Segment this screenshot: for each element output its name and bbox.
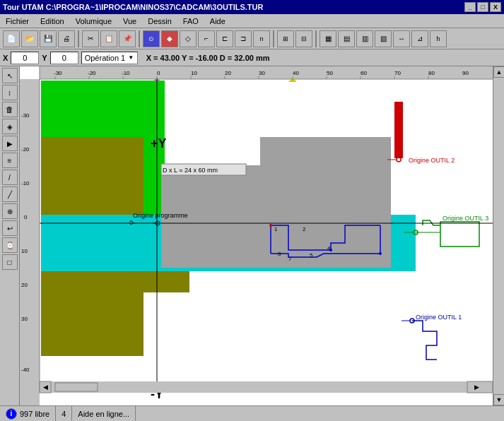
x-input[interactable] [11, 52, 39, 64]
menu-aide[interactable]: Aide [207, 16, 228, 26]
svg-rect-0 [40, 66, 493, 79]
tb-tool2[interactable]: ◆ [161, 30, 178, 47]
status-free: 997 libre [20, 410, 49, 418]
tb-tool10[interactable]: ▥ [356, 30, 373, 47]
tb-new[interactable]: 📄 [3, 30, 20, 47]
canvas-area: -30 -20 -10 0 10 20 30 40 50 60 70 80 90 [20, 66, 493, 405]
lt-move[interactable]: ↕ [2, 85, 18, 100]
svg-text:-20: -20 [88, 70, 96, 76]
main-canvas: -30 -20 -10 0 10 20 30 40 50 60 70 80 90 [20, 66, 493, 405]
tb-sep3 [273, 30, 274, 47]
tb-tool9[interactable]: ▤ [338, 30, 355, 47]
tb-tool13[interactable]: ⊿ [411, 30, 428, 47]
menu-volumique[interactable]: Volumique [73, 16, 115, 26]
svg-text:0-: 0- [129, 219, 135, 226]
lt-line[interactable]: ╱ [2, 186, 18, 202]
svg-text:30: 30 [21, 316, 28, 322]
status-number: 4 [56, 406, 72, 421]
scroll-down-button[interactable]: ▼ [493, 394, 504, 405]
status-help-text: Aide en ligne... [78, 410, 129, 418]
coord-bar: X Y Opération 1 ▼ X = 43.00 Y = -16.00 D… [0, 49, 504, 66]
scroll-up-button[interactable]: ▲ [493, 66, 504, 78]
lt-select[interactable]: ↖ [2, 68, 18, 83]
svg-text:Origine OUTIL 2: Origine OUTIL 2 [409, 157, 455, 164]
tb-tool8[interactable]: ▦ [320, 30, 336, 47]
svg-rect-42 [260, 137, 391, 194]
svg-text:-20: -20 [21, 146, 30, 153]
tb-tool6[interactable]: ⊐ [235, 30, 252, 47]
tb-tool12[interactable]: ↔ [393, 30, 410, 47]
y-label: Y [42, 54, 47, 62]
operation-dropdown[interactable]: Opération 1 ▼ [81, 52, 138, 64]
tb-zoom2[interactable]: ⊟ [295, 30, 312, 47]
svg-text:10: 10 [191, 70, 197, 76]
svg-text:60: 60 [361, 70, 367, 76]
tb-tool4[interactable]: ⌐ [198, 30, 215, 47]
tb-tool1[interactable]: ⊙ [143, 30, 160, 47]
status-info: i 997 libre [0, 406, 56, 421]
lt-clock[interactable]: ⌚ [2, 237, 18, 253]
lt-circle[interactable]: ⊕ [2, 203, 18, 219]
scroll-track[interactable] [493, 78, 504, 394]
tb-print[interactable]: 🖨 [58, 30, 75, 47]
svg-text:70: 70 [394, 70, 401, 76]
tb-tool5[interactable]: ⊏ [216, 30, 233, 47]
svg-text:Origine OUTIL 3: Origine OUTIL 3 [443, 215, 488, 222]
y-input[interactable] [50, 52, 78, 64]
menu-bar: Fichier Edition Volumique Vue Dessin FAO… [0, 14, 504, 28]
tb-zoom1[interactable]: ⊞ [277, 30, 294, 47]
tb-sep2 [139, 30, 140, 47]
menu-fichier[interactable]: Fichier [3, 16, 32, 26]
tb-open[interactable]: 📂 [21, 30, 38, 47]
svg-rect-84 [467, 381, 493, 393]
svg-text:80: 80 [428, 70, 435, 76]
status-num-value: 4 [61, 410, 66, 418]
tb-paste[interactable]: 📌 [119, 30, 136, 47]
left-toolbar: ↖ ↕ 🗑 ◈ ▶ ≡ / ╱ ⊕ ↩ ⌚ □ [0, 66, 20, 405]
minimize-button[interactable]: _ [464, 2, 476, 12]
info-icon[interactable]: i [6, 408, 17, 420]
svg-text:◀: ◀ [43, 384, 48, 391]
svg-text:Origine OUTIL 1: Origine OUTIL 1 [416, 314, 462, 321]
window-title: Tour UTAM C:\PROGRA~1\IPROCAM\NINOS37\CA… [3, 3, 263, 11]
lt-pencil[interactable]: / [2, 170, 18, 185]
svg-text:1: 1 [274, 226, 278, 232]
status-bar: i 997 libre 4 Aide en ligne... [0, 405, 504, 421]
lt-undo[interactable]: ↩ [2, 220, 18, 236]
tb-tool3[interactable]: ◇ [180, 30, 197, 47]
svg-rect-1 [20, 79, 40, 405]
svg-text:0: 0 [24, 214, 28, 220]
lt-rect[interactable]: □ [2, 254, 18, 270]
svg-text:40: 40 [293, 70, 299, 76]
svg-text:20: 20 [225, 70, 231, 76]
lt-snap[interactable]: ◈ [2, 119, 18, 134]
coord-values-display: X = 43.00 Y = -16.00 D = 32.00 mm [146, 54, 270, 62]
svg-text:20: 20 [21, 282, 28, 288]
tb-tool14[interactable]: h [430, 30, 447, 47]
menu-vue[interactable]: Vue [120, 16, 139, 26]
menu-fao[interactable]: FAO [180, 16, 201, 26]
close-button[interactable]: X [490, 2, 501, 12]
svg-rect-65 [394, 102, 403, 158]
x-label: X [3, 54, 8, 62]
svg-text:D x L = 24 x 60 mm: D x L = 24 x 60 mm [163, 167, 218, 174]
svg-text:-40: -40 [21, 367, 30, 373]
tb-save[interactable]: 💾 [40, 30, 57, 47]
svg-text:-30: -30 [21, 112, 30, 119]
lt-delete[interactable]: 🗑 [2, 102, 18, 117]
status-help: Aide en ligne... [72, 406, 136, 421]
tb-cut[interactable]: ✂ [82, 30, 99, 47]
svg-text:▶: ▶ [474, 384, 479, 391]
maximize-button[interactable]: □ [477, 2, 488, 12]
lt-play[interactable]: ▶ [2, 136, 18, 151]
menu-edition[interactable]: Edition [37, 16, 67, 26]
svg-rect-81 [40, 381, 493, 393]
tb-tool7[interactable]: n [253, 30, 270, 47]
lt-list[interactable]: ≡ [2, 153, 18, 168]
svg-text:-10: -10 [122, 70, 130, 76]
svg-text:10: 10 [21, 248, 28, 254]
svg-text:+Y: +Y [151, 136, 167, 150]
menu-dessin[interactable]: Dessin [145, 16, 175, 26]
tb-tool11[interactable]: ▧ [375, 30, 392, 47]
tb-copy[interactable]: 📋 [100, 30, 117, 47]
